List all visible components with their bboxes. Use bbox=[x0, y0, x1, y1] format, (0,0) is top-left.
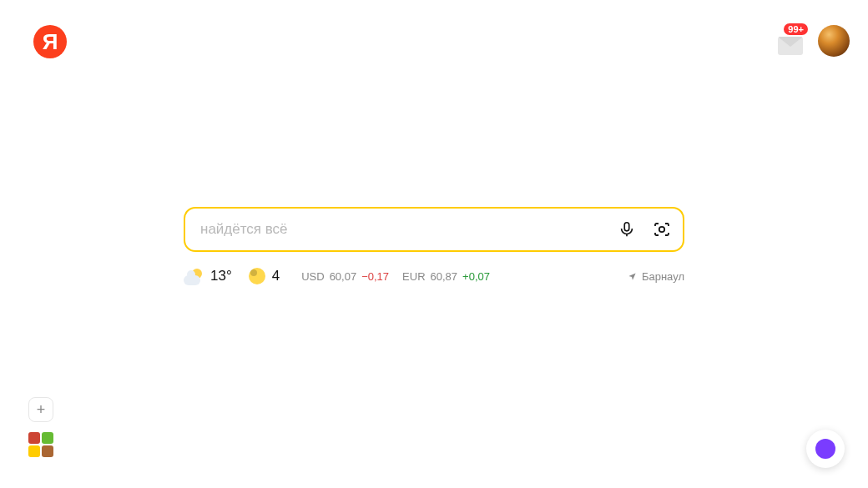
alice-icon bbox=[815, 439, 835, 459]
traffic-icon bbox=[249, 268, 265, 284]
search-bar[interactable] bbox=[184, 207, 684, 252]
location-link[interactable]: Барнаул bbox=[628, 270, 684, 283]
info-bar: 13° 4 USD 60,07 −0,17 EUR 60,87 +0,07 Ба… bbox=[184, 267, 684, 285]
rate-usd-value: 60,07 bbox=[330, 270, 357, 283]
bg-thumb bbox=[42, 445, 53, 457]
rate-eur[interactable]: EUR 60,87 +0,07 bbox=[402, 270, 490, 283]
background-thumbs[interactable] bbox=[28, 432, 53, 457]
yandex-logo[interactable]: Я bbox=[33, 25, 67, 58]
avatar[interactable] bbox=[818, 25, 850, 57]
search-input[interactable] bbox=[200, 209, 616, 250]
search-icons bbox=[616, 219, 673, 240]
bg-thumb bbox=[28, 445, 40, 457]
voice-search-icon[interactable] bbox=[616, 219, 638, 240]
rate-usd[interactable]: USD 60,07 −0,17 bbox=[301, 270, 389, 283]
alice-assistant-button[interactable] bbox=[806, 430, 845, 468]
search-block: 13° 4 USD 60,07 −0,17 EUR 60,87 +0,07 Ба… bbox=[184, 207, 684, 285]
logo-letter: Я bbox=[43, 29, 58, 55]
traffic-widget[interactable]: 4 bbox=[249, 268, 280, 284]
weather-temp: 13° bbox=[210, 268, 232, 284]
add-shortcut-button[interactable]: + bbox=[28, 397, 53, 422]
mail-button[interactable]: 99+ bbox=[775, 27, 806, 55]
rate-eur-value: 60,87 bbox=[431, 270, 458, 283]
rate-eur-delta: +0,07 bbox=[462, 270, 490, 283]
svg-point-1 bbox=[659, 227, 664, 232]
bg-thumb bbox=[42, 432, 53, 444]
rate-usd-delta: −0,17 bbox=[361, 270, 389, 283]
traffic-level: 4 bbox=[272, 268, 280, 284]
rate-eur-label: EUR bbox=[402, 270, 425, 283]
bg-thumb bbox=[28, 432, 40, 444]
image-search-icon[interactable] bbox=[651, 219, 673, 240]
svg-rect-0 bbox=[624, 223, 629, 231]
weather-widget[interactable]: 13° bbox=[184, 267, 232, 285]
top-right-cluster: 99+ bbox=[775, 25, 850, 57]
weather-icon bbox=[184, 267, 204, 285]
rate-usd-label: USD bbox=[301, 270, 324, 283]
location-label: Барнаул bbox=[642, 270, 684, 283]
mail-icon bbox=[778, 37, 803, 55]
location-icon bbox=[628, 272, 637, 281]
mail-badge: 99+ bbox=[782, 22, 810, 37]
plus-icon: + bbox=[37, 401, 46, 419]
